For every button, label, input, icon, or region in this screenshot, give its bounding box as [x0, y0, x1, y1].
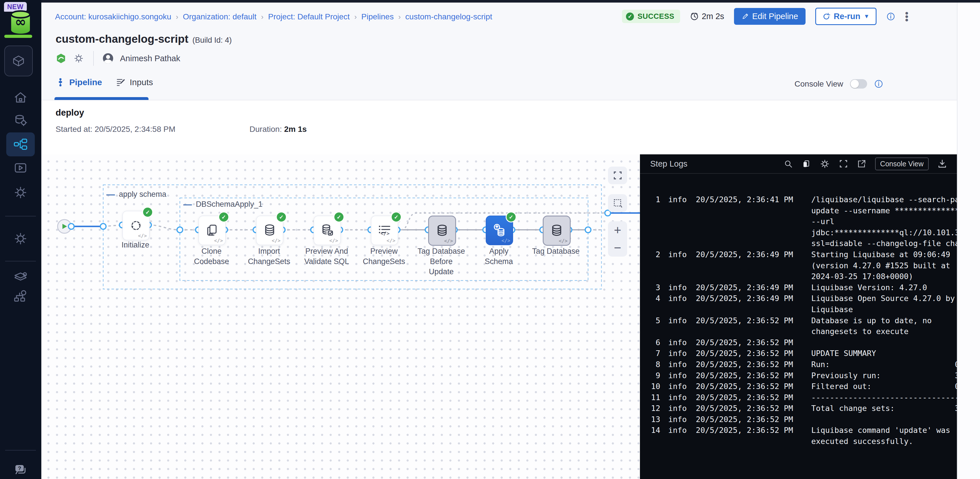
stage-duration: Duration: 2m 1s — [250, 125, 307, 134]
collapse-icon[interactable]: — — [183, 203, 192, 206]
code-icon: </> — [272, 238, 280, 243]
help-button[interactable]: ? — [8, 461, 32, 479]
log-line-number: 4 — [647, 293, 660, 315]
log-timestamp: 20/5/2025, 2:36:49 PM — [696, 249, 797, 282]
db-icon — [262, 223, 277, 238]
log-entry: 8info20/5/2025, 2:36:52 PMRun: 0 — [640, 359, 957, 370]
zoom-in-button[interactable]: + — [614, 226, 621, 235]
zoom-out-button[interactable]: − — [614, 243, 621, 252]
rerun-button[interactable]: Re-run ▼ — [815, 8, 877, 25]
console-view-toggle[interactable] — [850, 79, 867, 89]
module-selector-button[interactable] — [4, 46, 33, 76]
log-message: Total change sets: 3 — [811, 403, 957, 414]
log-timestamp: 20/5/2025, 2:36:52 PM — [696, 392, 797, 403]
sidebar-item-pipelines[interactable] — [6, 132, 35, 156]
open-in-new-icon[interactable] — [857, 159, 867, 168]
gear-icon[interactable] — [819, 159, 830, 169]
group-apply-schema — [103, 185, 601, 289]
info-icon[interactable] — [886, 12, 895, 21]
hierarchy-icon — [13, 289, 28, 304]
log-timestamp: 20/5/2025, 2:36:52 PM — [696, 425, 797, 447]
canvas-select-button[interactable] — [608, 194, 627, 212]
group-label-dbschemaapply[interactable]: — DBSchemaApply_1 — [183, 200, 262, 209]
log-level: info — [668, 282, 688, 293]
sidebar-item-home[interactable] — [6, 86, 35, 109]
edit-pipeline-button[interactable]: Edit Pipeline — [734, 8, 805, 25]
node-label: Preview And Validate SQL — [302, 246, 351, 266]
canvas-fullscreen-button[interactable] — [608, 167, 627, 184]
pencil-icon — [741, 13, 749, 20]
inputs-icon — [116, 78, 126, 87]
log-timestamp: 20/5/2025, 2:36:52 PM — [696, 403, 797, 414]
log-entry: 9info20/5/2025, 2:36:52 PMPreviously run… — [640, 370, 957, 381]
node-label: Apply Schema — [475, 246, 523, 266]
node-label: Clone Codebase — [187, 246, 236, 266]
tab-inputs[interactable]: Inputs — [116, 78, 153, 87]
sidebar-item-db-devops[interactable] — [6, 108, 35, 132]
breadcrumb-item[interactable]: Pipelines — [361, 12, 394, 21]
log-message: Liquibase command 'update' wasexecuted s… — [811, 425, 957, 447]
log-entry: 10info20/5/2025, 2:36:52 PMFiltered out:… — [640, 381, 957, 392]
log-line-number: 8 — [647, 359, 660, 370]
pipeline-node-tag-database-before-update[interactable]: </> — [428, 216, 456, 246]
sidebar-item-settings[interactable] — [6, 227, 35, 251]
db-devops-logo-icon: ∞ — [8, 10, 33, 34]
log-entry: 1info20/5/2025, 2:36:41 PM/liquibase/liq… — [640, 194, 957, 249]
brand-underline — [4, 35, 32, 38]
help-chat-icon: ? — [13, 463, 28, 478]
more-options-menu[interactable]: ••• — [905, 11, 908, 22]
sidebar-divider — [5, 216, 36, 216]
code-icon: </> — [559, 238, 568, 244]
log-line-number: 12 — [647, 403, 660, 414]
code-icon: </> — [214, 238, 223, 243]
log-message: Liquibase Open Source 4.27.0 byLiquibase — [811, 293, 957, 315]
tab-pipeline[interactable]: Pipeline — [56, 78, 102, 87]
sidebar-item-executions[interactable] — [6, 156, 35, 180]
code-icon: </> — [329, 238, 338, 243]
step-logs-title: Step Logs — [650, 159, 687, 168]
info-icon[interactable] — [874, 79, 883, 89]
pipeline-canvas[interactable]: — apply schema — DBSchemaApply_1 </>✓Ini… — [41, 154, 640, 479]
code-icon: </> — [444, 238, 453, 244]
log-output[interactable]: 1info20/5/2025, 2:36:41 PM/liquibase/liq… — [640, 174, 957, 479]
log-message: UPDATE SUMMARY — [811, 348, 957, 359]
breadcrumb-item[interactable]: Organization: default — [183, 12, 256, 21]
avatar — [103, 53, 113, 63]
code-icon: </> — [501, 238, 510, 243]
breadcrumb-separator: › — [176, 13, 178, 21]
console-view-button[interactable]: Console View — [875, 157, 929, 170]
breadcrumb-item[interactable]: custom-changelog-script — [405, 12, 492, 21]
sidebar-item-gear-top[interactable] — [6, 181, 35, 205]
group-label-apply-schema[interactable]: — apply schema — [106, 190, 167, 199]
success-check-icon: ✓ — [218, 212, 229, 222]
download-icon[interactable] — [937, 159, 947, 169]
settings-icon — [13, 231, 28, 246]
fullscreen-icon[interactable] — [838, 159, 848, 168]
success-check-icon: ✓ — [391, 212, 402, 222]
app-window: NEW ∞ ? — [0, 0, 980, 479]
collapse-icon[interactable]: — — [106, 193, 115, 196]
log-message: Starting Liquibase at 09:06:49(version 4… — [811, 249, 957, 282]
sidebar-item-hierarchy[interactable] — [6, 284, 35, 308]
home-icon — [13, 90, 28, 105]
cd-module-icon — [56, 53, 67, 64]
breadcrumb-item[interactable]: Project: Default Project — [268, 12, 350, 21]
log-level: info — [668, 293, 688, 315]
log-timestamp: 20/5/2025, 2:36:41 PM — [696, 194, 797, 249]
log-line-number: 13 — [647, 414, 660, 425]
log-timestamp: 20/5/2025, 2:36:52 PM — [696, 337, 797, 348]
db-devops-icon — [13, 113, 28, 128]
log-message: Database is up to date, nochangesets to … — [811, 315, 957, 337]
log-timestamp: 20/5/2025, 2:36:52 PM — [696, 414, 797, 425]
pipeline-node-tag-database[interactable]: </> — [543, 216, 571, 246]
zoom-controls: + − — [608, 221, 627, 257]
log-level: info — [668, 194, 688, 249]
search-icon[interactable] — [784, 159, 793, 168]
breadcrumb-item[interactable]: Account: kurosakiichigo.songoku — [55, 12, 171, 21]
gear-icon[interactable] — [73, 53, 84, 64]
page-scrollbar-track[interactable] — [957, 3, 980, 479]
log-line-number: 11 — [647, 392, 660, 403]
copy-icon[interactable] — [802, 159, 811, 168]
log-level: info — [668, 359, 688, 370]
log-message: -------------------------------- — [811, 392, 957, 403]
